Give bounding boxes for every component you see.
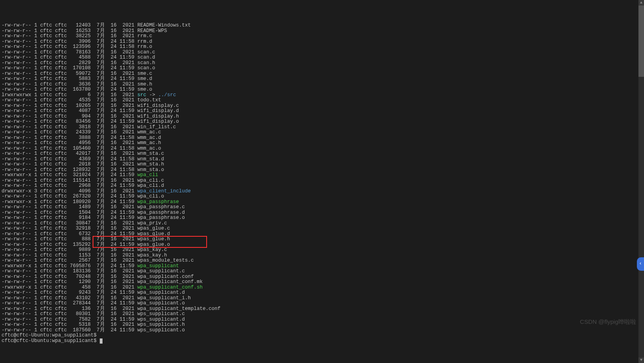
ls-row: -rw-rw-r-- 1 cftc cftc 59072 7月 16 2021 … (2, 71, 642, 77)
ls-row: -rw-rw-r-- 1 cftc cftc 9243 7月 24 11:59 … (2, 290, 642, 296)
file-name: wmm_ac.o (137, 146, 161, 151)
ls-row: -rw-rw-r-- 1 cftc cftc 42017 7月 16 2021 … (2, 151, 642, 157)
file-name: wps_supplicant.d (137, 317, 185, 322)
ls-row: -rwxrwxr-x 1 cftc cftc 180920 7月 24 11:5… (2, 200, 642, 205)
file-name: wpa_supplicant.c (137, 268, 185, 274)
ls-row: -rw-rw-r-- 1 cftc cftc 30847 7月 16 2021 … (2, 221, 642, 226)
ls-row: -rw-rw-r-- 1 cftc cftc 4588 7月 24 11:59 … (2, 55, 642, 61)
file-name: README-WPS (137, 28, 167, 34)
ls-row: -rw-rw-r-- 1 cftc cftc 163780 7月 24 11:5… (2, 87, 642, 93)
file-name: wpa_supplicant_template.conf (137, 306, 220, 312)
file-name: wnm_sta.h (137, 162, 164, 167)
file-name: wpa_supplicant.conf (137, 274, 194, 279)
ls-row: -rw-rw-r-- 1 cftc cftc 135292 7月 24 11:5… (2, 242, 642, 248)
file-name: wpa_passphrase.c (137, 204, 185, 210)
ls-row: -rw-rw-r-- 1 cftc cftc 2018 7月 16 2021 w… (2, 162, 642, 167)
file-name: wifi_display.h (137, 114, 179, 119)
ls-row: -rw-rw-r-- 1 cftc cftc 128932 7月 24 11:5… (2, 167, 642, 173)
scroll-down-button[interactable]: ▼ (638, 357, 644, 363)
ls-row: -rw-rw-r-- 1 cftc cftc 1290 7月 16 2021 w… (2, 279, 642, 285)
file-name: scan.h (137, 60, 155, 66)
file-name: rrm.o (137, 44, 152, 49)
ls-row: -rw-rw-r-- 1 cftc cftc 80301 7月 16 2021 … (2, 312, 642, 317)
ls-row: drwxrwxr-x 3 cftc cftc 4096 7月 16 2021 w… (2, 189, 642, 194)
ls-row: -rw-rw-r-- 1 cftc cftc 267320 7月 24 11:5… (2, 194, 642, 200)
file-name: wpa_client_include (137, 188, 191, 194)
ls-row: -rw-rw-r-- 1 cftc cftc 4956 7月 16 2021 w… (2, 141, 642, 146)
ls-row: -rw-rw-r-- 1 cftc cftc 278344 7月 24 11:5… (2, 301, 642, 306)
file-name: todo.txt (137, 97, 161, 103)
file-name: scan.d (137, 55, 155, 60)
file-name: wpa_cli.c (137, 178, 164, 183)
scroll-up-button[interactable]: ▲ (638, 0, 644, 6)
file-name: sme.h (137, 82, 152, 87)
file-name: wps_supplicant.o (137, 327, 185, 333)
scrollbar-thumb[interactable] (638, 6, 644, 77)
chevron-left-icon: ‹ (639, 261, 642, 267)
file-name: wpas_glue.c (137, 226, 170, 231)
file-name: wifi_display.o (137, 119, 179, 124)
prompt-line[interactable]: cftc@cftc-Ubuntu:wpa_supplicant$ (2, 338, 642, 344)
ls-row: -rw-rw-r-- 1 cftc cftc 9889 7月 16 2021 w… (2, 247, 642, 253)
file-name: wpa_passphrase.d (137, 210, 185, 215)
ls-row: -rw-rw-r-- 1 cftc cftc 183136 7月 16 2021… (2, 269, 642, 274)
ls-row: -rw-rw-r-- 1 cftc cftc 4087 7月 24 11:59 … (2, 108, 642, 114)
ls-row: -rw-rw-r-- 1 cftc cftc 115141 7月 16 2021… (2, 178, 642, 184)
file-name: wpa_supplicant_conf.mk (137, 279, 203, 285)
ls-row: -rw-rw-r-- 1 cftc cftc 7582 7月 24 11:59 … (2, 317, 642, 323)
file-name: wpa_supplicant (137, 263, 179, 269)
scrollbar[interactable]: ▲ ▼ (638, 0, 644, 363)
ls-row: -rw-rw-r-- 1 cftc cftc 6732 7月 24 11:59 … (2, 232, 642, 237)
side-collapse-tab[interactable]: ‹ (637, 257, 644, 271)
ls-row: -rw-rw-r-- 1 cftc cftc 904 7月 16 2021 wi… (2, 114, 642, 120)
ls-row: -rw-rw-r-- 1 cftc cftc 3888 7月 24 11:58 … (2, 135, 642, 141)
file-name: wpa_supplicant.d (137, 290, 185, 295)
ls-row: -rw-rw-r-- 1 cftc cftc 4535 7月 16 2021 t… (2, 98, 642, 103)
file-name: src (137, 92, 146, 98)
file-name: wpas_kay.h (137, 253, 167, 258)
file-name: wmm_ac.d (137, 135, 161, 141)
ls-row: -rw-rw-r-- 1 cftc cftc 3906 7月 24 11:58 … (2, 39, 642, 45)
file-name: wnm_sta.o (137, 167, 164, 173)
ls-row: -rw-rw-r-- 1 cftc cftc 1489 7月 16 2021 w… (2, 205, 642, 210)
ls-row: -rw-rw-r-- 1 cftc cftc 83456 7月 24 11:59… (2, 119, 642, 125)
ls-row: -rw-rw-r-- 1 cftc cftc 32918 7月 16 2021 … (2, 226, 642, 232)
ls-row: -rw-rw-r-- 1 cftc cftc 1153 7月 16 2021 w… (2, 253, 642, 258)
ls-row: -rw-rw-r-- 1 cftc cftc 78163 7月 16 2021 … (2, 50, 642, 55)
ls-row: -rw-rw-r-- 1 cftc cftc 123596 7月 24 11:5… (2, 44, 642, 50)
ls-row: -rw-rw-r-- 1 cftc cftc 2567 7月 16 2021 w… (2, 258, 642, 264)
file-name: sme.c (137, 71, 152, 76)
file-name: wpa_supplicant_i.h (137, 295, 191, 301)
file-name: wpa_supplicant_conf.sh (137, 285, 203, 290)
ls-row: -rw-rw-r-- 1 cftc cftc 4369 7月 24 11:58 … (2, 157, 642, 162)
file-name: wps_supplicant.c (137, 311, 185, 317)
ls-row: -rw-rw-r-- 1 cftc cftc 43102 7月 16 2021 … (2, 296, 642, 301)
file-name: rrm.c (137, 33, 152, 39)
file-name: scan.o (137, 65, 155, 71)
ls-row: -rw-rw-r-- 1 cftc cftc 10265 7月 16 2021 … (2, 103, 642, 109)
file-name: wpa_supplicant.o (137, 300, 185, 306)
file-name: wpa_passphrase (137, 199, 179, 205)
file-name: wpas_kay.c (137, 247, 167, 253)
file-name: wnm_sta.c (137, 151, 164, 156)
file-name: wpas_module_tests.c (137, 258, 194, 263)
file-name: scan.c (137, 49, 155, 55)
ls-row: -rw-rw-r-- 1 cftc cftc 5883 7月 24 11:59 … (2, 76, 642, 82)
file-name: wifi_display.c (137, 103, 179, 108)
ls-row: -rw-rw-r-- 1 cftc cftc 3818 7月 16 2021 w… (2, 125, 642, 130)
ls-row: -rw-rw-r-- 1 cftc cftc 16253 7月 16 2021 … (2, 29, 642, 34)
file-name: wpa_cli.d (137, 183, 164, 188)
ls-row: -rwxrwxr-x 1 cftc cftc 7695876 7月 24 11:… (2, 264, 642, 269)
ls-row: -rwxrwxr-x 1 cftc cftc 321024 7月 24 11:5… (2, 173, 642, 178)
file-name: sme.o (137, 87, 152, 92)
ls-row: -rw-rw-r-- 1 cftc cftc 2829 7月 16 2021 s… (2, 61, 642, 66)
ls-row: -rw-rw-r-- 1 cftc cftc 70248 7月 16 2021 … (2, 274, 642, 280)
ls-row: lrwxrwxrwx 1 cftc cftc 6 7月 16 2021 src … (2, 93, 642, 98)
file-name: sme.d (137, 76, 152, 82)
file-name: wpas_glue.h (137, 236, 170, 242)
file-name: README-Windows.txt (137, 23, 191, 28)
ls-row: -rw-rw-r-- 1 cftc cftc 136 7月 16 2021 wp… (2, 306, 642, 312)
terminal-output[interactable]: -rw-rw-r-- 1 cftc cftc 12403 7月 16 2021 … (0, 21, 644, 344)
ls-row: -rw-rw-r-- 1 cftc cftc 170108 7月 24 11:5… (2, 66, 642, 71)
ls-row: -rwxrwxr-x 1 cftc cftc 458 7月 16 2021 wp… (2, 285, 642, 291)
